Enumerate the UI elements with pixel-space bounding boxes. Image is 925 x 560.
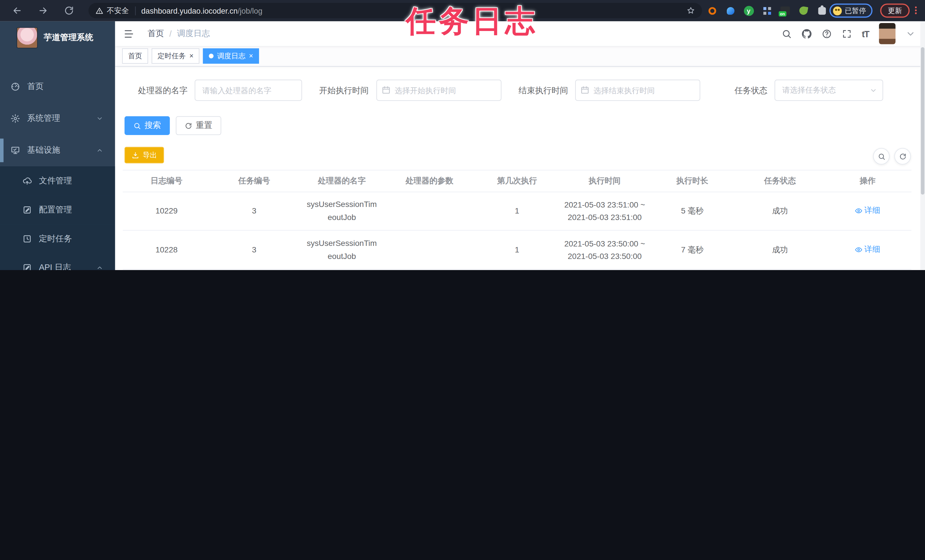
table-body: 10229 3 sysUserSessionTimeoutJob 1 2021-… [123, 191, 911, 270]
scrollbar[interactable] [920, 21, 925, 270]
table-header: 日志编号任务编号处理器的名字处理器的参数第几次执行执行时间执行时长任务状态操作 [123, 170, 911, 192]
main-area: 首页 / 调度日志 tT 首页定时任务×调度日志× 处理器的名字 开始执行时间 [115, 21, 925, 270]
chevron-down-icon [96, 115, 103, 122]
sidebar-item-1[interactable]: 系统管理 [0, 102, 115, 134]
security-label: 不安全 [107, 6, 129, 16]
url-text: dashboard.yudao.iocoder.cn/job/log [141, 6, 262, 15]
sidebar-menu: 首页系统管理基础设施文件管理配置管理定时任务API 日志访问日志错误日志MySQ… [0, 71, 115, 270]
tags-view-bar: 首页定时任务×调度日志× [115, 46, 925, 67]
green-y-extension-icon[interactable]: y [742, 4, 755, 17]
gear-icon [11, 114, 20, 123]
begin-time-label: 开始执行时间 [310, 80, 369, 101]
tab-label: 定时任务 [158, 51, 186, 61]
table-row: 10227 3 sysUserSessionTimeoutJob 1 2021-… [123, 269, 911, 270]
app-logo [17, 27, 38, 48]
cell-actions: 详细 [824, 244, 911, 255]
warning-icon [96, 7, 103, 15]
sidebar-item-6[interactable]: API 日志 [0, 253, 115, 270]
update-button[interactable]: 更新 [880, 3, 910, 18]
column-header: 操作 [824, 176, 911, 186]
end-time-field-wrap [575, 80, 701, 101]
search-icon [133, 122, 141, 129]
sidebar-item-3[interactable]: 文件管理 [0, 166, 115, 195]
user-avatar[interactable] [879, 23, 895, 44]
grid-extension-icon[interactable] [760, 4, 773, 17]
refresh-table-button[interactable] [894, 148, 911, 165]
handler-name-label: 处理器的名字 [123, 80, 188, 101]
divider [135, 6, 136, 15]
sidebar-item-5[interactable]: 定时任务 [0, 224, 115, 253]
sidebar-item-0[interactable]: 首页 [0, 71, 115, 102]
sidebar-item-label: 文件管理 [39, 175, 72, 186]
sidebar-item-label: 系统管理 [27, 113, 60, 123]
begin-time-field-wrap [377, 80, 502, 101]
avatar-caret-down-icon[interactable] [905, 29, 916, 39]
breadcrumb-home[interactable]: 首页 [148, 29, 164, 39]
scrollbar-thumb[interactable] [921, 47, 924, 195]
emoji-face-icon [833, 6, 842, 15]
handler-name-input[interactable] [195, 80, 302, 101]
green-leaf-extension-icon[interactable] [797, 4, 810, 17]
column-header: 处理器的名字 [298, 176, 386, 186]
blue-drop-extension-icon[interactable] [724, 4, 737, 17]
job-status-select[interactable]: 请选择任务状态 [774, 80, 883, 101]
github-icon[interactable] [801, 29, 812, 39]
top-navbar: 首页 / 调度日志 tT [115, 21, 925, 46]
back-icon[interactable] [12, 5, 22, 16]
edit-icon [23, 205, 32, 214]
orange-ring-extension-icon[interactable] [705, 4, 719, 17]
tab-1[interactable]: 定时任务× [152, 48, 199, 64]
cell-duration: 5 毫秒 [649, 206, 736, 216]
detail-link[interactable]: 详细 [855, 244, 880, 255]
sidebar-item-4[interactable]: 配置管理 [0, 195, 115, 224]
sidebar-item-2[interactable]: 基础设施 [0, 134, 115, 166]
page-content: 处理器的名字 开始执行时间 结束执行时间 任务状态 请选择任务状态 搜索 [115, 66, 925, 270]
column-header: 执行时间 [561, 176, 648, 186]
dashboard-icon [11, 82, 20, 91]
cell-job-id: 3 [211, 206, 298, 215]
hamburger-icon[interactable] [124, 28, 134, 39]
puzzle-extension-icon[interactable] [815, 4, 828, 17]
eye-icon [855, 207, 863, 215]
screen: 不安全 dashboard.yudao.iocoder.cn/job/log y… [0, 0, 925, 270]
browser-menu-kebab-icon[interactable] [915, 6, 917, 8]
search-icon[interactable] [782, 29, 792, 39]
reload-icon[interactable] [64, 5, 74, 16]
begin-time-input[interactable] [377, 80, 502, 101]
detail-link[interactable]: 详细 [855, 205, 880, 216]
edit-icon [23, 263, 32, 270]
tab-label: 首页 [128, 51, 142, 61]
column-header: 任务编号 [211, 176, 298, 186]
url-bar[interactable]: 不安全 dashboard.yudao.iocoder.cn/job/log [89, 3, 702, 18]
toggle-search-button[interactable] [873, 148, 889, 165]
close-icon[interactable]: × [249, 53, 253, 60]
app-logo-row[interactable]: 芋道管理系统 [0, 21, 115, 54]
close-icon[interactable]: × [189, 53, 194, 60]
column-header: 任务状态 [736, 176, 824, 186]
cell-execute-index: 1 [473, 206, 561, 215]
reset-button[interactable]: 重置 [176, 116, 221, 135]
cell-log-id: 10229 [123, 206, 211, 215]
sidebar-item-label: API 日志 [39, 262, 71, 270]
on-badge-extension-icon[interactable] [779, 4, 792, 17]
forward-icon[interactable] [38, 5, 48, 16]
job-status-label: 任务状态 [729, 80, 767, 101]
fullscreen-icon[interactable] [842, 29, 852, 39]
tab-0[interactable]: 首页 [122, 48, 148, 64]
refresh-icon [899, 152, 907, 160]
end-time-input[interactable] [575, 80, 701, 101]
table-row: 10228 3 sysUserSessionTimeoutJob 1 2021-… [123, 230, 911, 269]
font-size-icon[interactable]: tT [862, 29, 869, 39]
export-button[interactable]: 导出 [125, 147, 164, 163]
profile-paused-pill[interactable]: 已暂停 [829, 3, 872, 18]
sidebar-item-label: 首页 [27, 81, 44, 92]
search-button[interactable]: 搜索 [125, 116, 170, 135]
chevron-up-icon [96, 264, 103, 270]
tab-2[interactable]: 调度日志× [203, 48, 259, 64]
cell-status: 成功 [736, 244, 824, 255]
help-icon[interactable] [822, 29, 832, 39]
handler-name-field-wrap [195, 80, 302, 101]
bookmark-star-icon[interactable] [687, 6, 695, 15]
column-header: 执行时长 [649, 176, 736, 186]
table-row: 10229 3 sysUserSessionTimeoutJob 1 2021-… [123, 191, 911, 230]
